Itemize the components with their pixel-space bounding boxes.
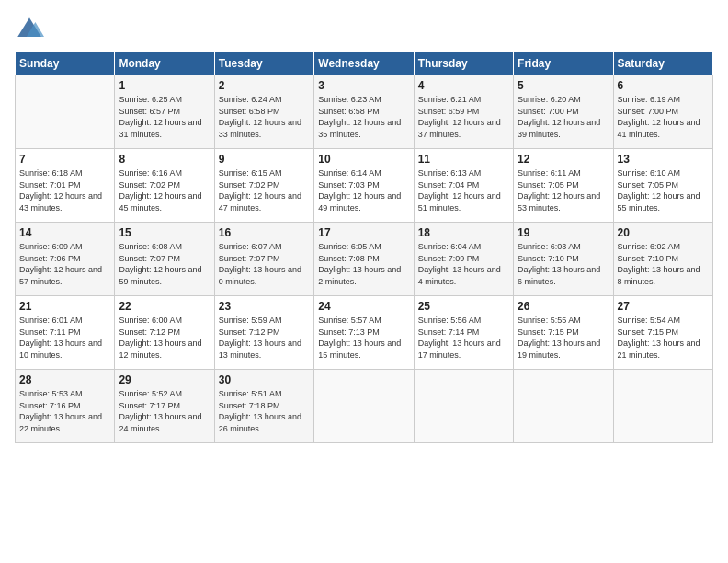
- day-info: Sunrise: 5:52 AMSunset: 7:17 PMDaylight:…: [119, 388, 210, 434]
- calendar-cell: 21Sunrise: 6:01 AMSunset: 7:11 PMDayligh…: [16, 296, 115, 370]
- calendar-cell: 19Sunrise: 6:03 AMSunset: 7:10 PMDayligh…: [514, 223, 613, 296]
- day-info: Sunrise: 6:02 AMSunset: 7:10 PMDaylight:…: [618, 241, 709, 287]
- day-info: Sunrise: 6:18 AMSunset: 7:01 PMDaylight:…: [19, 167, 110, 213]
- day-number: 28: [19, 373, 110, 386]
- calendar-cell: 24Sunrise: 5:57 AMSunset: 7:13 PMDayligh…: [314, 296, 414, 370]
- day-number: 15: [119, 226, 210, 239]
- page-container: SundayMondayTuesdayWednesdayThursdayFrid…: [0, 0, 728, 453]
- day-info: Sunrise: 6:05 AMSunset: 7:08 PMDaylight:…: [318, 241, 409, 287]
- day-number: 21: [19, 300, 110, 313]
- day-number: 13: [618, 153, 709, 166]
- day-number: 18: [418, 226, 509, 239]
- day-number: 10: [318, 153, 409, 166]
- day-info: Sunrise: 6:23 AMSunset: 6:58 PMDaylight:…: [318, 94, 409, 140]
- calendar-cell: [314, 370, 414, 443]
- day-info: Sunrise: 6:16 AMSunset: 7:02 PMDaylight:…: [119, 167, 210, 213]
- weekday-header: Friday: [514, 52, 613, 75]
- day-number: 3: [318, 79, 409, 92]
- day-info: Sunrise: 6:24 AMSunset: 6:58 PMDaylight:…: [219, 94, 310, 140]
- calendar-cell: [613, 370, 712, 443]
- day-info: Sunrise: 5:53 AMSunset: 7:16 PMDaylight:…: [19, 388, 110, 434]
- day-number: 1: [119, 79, 210, 92]
- calendar-cell: 12Sunrise: 6:11 AMSunset: 7:05 PMDayligh…: [514, 149, 613, 223]
- day-info: Sunrise: 6:07 AMSunset: 7:07 PMDaylight:…: [219, 241, 310, 287]
- calendar-cell: 3Sunrise: 6:23 AMSunset: 6:58 PMDaylight…: [314, 75, 414, 149]
- day-info: Sunrise: 6:10 AMSunset: 7:05 PMDaylight:…: [618, 167, 709, 213]
- calendar-week-row: 28Sunrise: 5:53 AMSunset: 7:16 PMDayligh…: [16, 370, 713, 443]
- calendar-cell: 2Sunrise: 6:24 AMSunset: 6:58 PMDaylight…: [214, 75, 313, 149]
- day-number: 16: [219, 226, 310, 239]
- calendar-cell: 8Sunrise: 6:16 AMSunset: 7:02 PMDaylight…: [115, 149, 214, 223]
- calendar-cell: 20Sunrise: 6:02 AMSunset: 7:10 PMDayligh…: [613, 223, 712, 296]
- calendar-cell: 13Sunrise: 6:10 AMSunset: 7:05 PMDayligh…: [613, 149, 712, 223]
- day-number: 6: [618, 79, 709, 92]
- logo: [15, 15, 48, 44]
- day-number: 27: [618, 300, 709, 313]
- calendar-cell: 18Sunrise: 6:04 AMSunset: 7:09 PMDayligh…: [414, 223, 513, 296]
- weekday-header: Monday: [115, 52, 214, 75]
- calendar-cell: 10Sunrise: 6:14 AMSunset: 7:03 PMDayligh…: [314, 149, 414, 223]
- calendar-cell: 23Sunrise: 5:59 AMSunset: 7:12 PMDayligh…: [214, 296, 313, 370]
- calendar-week-row: 21Sunrise: 6:01 AMSunset: 7:11 PMDayligh…: [16, 296, 713, 370]
- day-info: Sunrise: 5:55 AMSunset: 7:15 PMDaylight:…: [518, 315, 609, 361]
- weekday-header: Thursday: [414, 52, 513, 75]
- calendar: SundayMondayTuesdayWednesdayThursdayFrid…: [15, 52, 713, 443]
- day-number: 29: [119, 373, 210, 386]
- calendar-cell: 7Sunrise: 6:18 AMSunset: 7:01 PMDaylight…: [16, 149, 115, 223]
- day-info: Sunrise: 5:59 AMSunset: 7:12 PMDaylight:…: [219, 315, 310, 361]
- calendar-cell: 15Sunrise: 6:08 AMSunset: 7:07 PMDayligh…: [115, 223, 214, 296]
- day-number: 25: [418, 300, 509, 313]
- weekday-header: Saturday: [613, 52, 712, 75]
- day-number: 14: [19, 226, 110, 239]
- calendar-week-row: 7Sunrise: 6:18 AMSunset: 7:01 PMDaylight…: [16, 149, 713, 223]
- day-info: Sunrise: 5:51 AMSunset: 7:18 PMDaylight:…: [219, 388, 310, 434]
- day-info: Sunrise: 6:09 AMSunset: 7:06 PMDaylight:…: [19, 241, 110, 287]
- header: [15, 15, 713, 44]
- day-number: 26: [518, 300, 609, 313]
- day-number: 30: [219, 373, 310, 386]
- day-number: 8: [119, 153, 210, 166]
- calendar-cell: 29Sunrise: 5:52 AMSunset: 7:17 PMDayligh…: [115, 370, 214, 443]
- calendar-cell: 5Sunrise: 6:20 AMSunset: 7:00 PMDaylight…: [514, 75, 613, 149]
- day-info: Sunrise: 5:57 AMSunset: 7:13 PMDaylight:…: [318, 315, 409, 361]
- calendar-cell: 26Sunrise: 5:55 AMSunset: 7:15 PMDayligh…: [514, 296, 613, 370]
- calendar-cell: 22Sunrise: 6:00 AMSunset: 7:12 PMDayligh…: [115, 296, 214, 370]
- calendar-cell: 17Sunrise: 6:05 AMSunset: 7:08 PMDayligh…: [314, 223, 414, 296]
- day-number: 22: [119, 300, 210, 313]
- calendar-cell: 11Sunrise: 6:13 AMSunset: 7:04 PMDayligh…: [414, 149, 513, 223]
- day-info: Sunrise: 5:56 AMSunset: 7:14 PMDaylight:…: [418, 315, 509, 361]
- calendar-cell: 9Sunrise: 6:15 AMSunset: 7:02 PMDaylight…: [214, 149, 313, 223]
- day-number: 20: [618, 226, 709, 239]
- calendar-cell: [514, 370, 613, 443]
- calendar-cell: 30Sunrise: 5:51 AMSunset: 7:18 PMDayligh…: [214, 370, 313, 443]
- day-number: 12: [518, 153, 609, 166]
- calendar-cell: [414, 370, 513, 443]
- day-number: 7: [19, 153, 110, 166]
- day-info: Sunrise: 6:20 AMSunset: 7:00 PMDaylight:…: [518, 94, 609, 140]
- calendar-week-row: 1Sunrise: 6:25 AMSunset: 6:57 PMDaylight…: [16, 75, 713, 149]
- day-number: 11: [418, 153, 509, 166]
- day-number: 9: [219, 153, 310, 166]
- weekday-header: Wednesday: [314, 52, 414, 75]
- day-info: Sunrise: 6:15 AMSunset: 7:02 PMDaylight:…: [219, 167, 310, 213]
- day-number: 19: [518, 226, 609, 239]
- day-info: Sunrise: 6:19 AMSunset: 7:00 PMDaylight:…: [618, 94, 709, 140]
- calendar-cell: 28Sunrise: 5:53 AMSunset: 7:16 PMDayligh…: [16, 370, 115, 443]
- day-number: 4: [418, 79, 509, 92]
- day-info: Sunrise: 6:04 AMSunset: 7:09 PMDaylight:…: [418, 241, 509, 287]
- day-info: Sunrise: 5:54 AMSunset: 7:15 PMDaylight:…: [618, 315, 709, 361]
- day-info: Sunrise: 6:08 AMSunset: 7:07 PMDaylight:…: [119, 241, 210, 287]
- day-info: Sunrise: 6:00 AMSunset: 7:12 PMDaylight:…: [119, 315, 210, 361]
- calendar-cell: 27Sunrise: 5:54 AMSunset: 7:15 PMDayligh…: [613, 296, 712, 370]
- weekday-header: Tuesday: [214, 52, 313, 75]
- day-info: Sunrise: 6:01 AMSunset: 7:11 PMDaylight:…: [19, 315, 110, 361]
- calendar-cell: 4Sunrise: 6:21 AMSunset: 6:59 PMDaylight…: [414, 75, 513, 149]
- calendar-week-row: 14Sunrise: 6:09 AMSunset: 7:06 PMDayligh…: [16, 223, 713, 296]
- calendar-cell: 25Sunrise: 5:56 AMSunset: 7:14 PMDayligh…: [414, 296, 513, 370]
- day-info: Sunrise: 6:25 AMSunset: 6:57 PMDaylight:…: [119, 94, 210, 140]
- weekday-header: Sunday: [16, 52, 115, 75]
- day-number: 5: [518, 79, 609, 92]
- calendar-cell: 1Sunrise: 6:25 AMSunset: 6:57 PMDaylight…: [115, 75, 214, 149]
- calendar-cell: 16Sunrise: 6:07 AMSunset: 7:07 PMDayligh…: [214, 223, 313, 296]
- day-info: Sunrise: 6:14 AMSunset: 7:03 PMDaylight:…: [318, 167, 409, 213]
